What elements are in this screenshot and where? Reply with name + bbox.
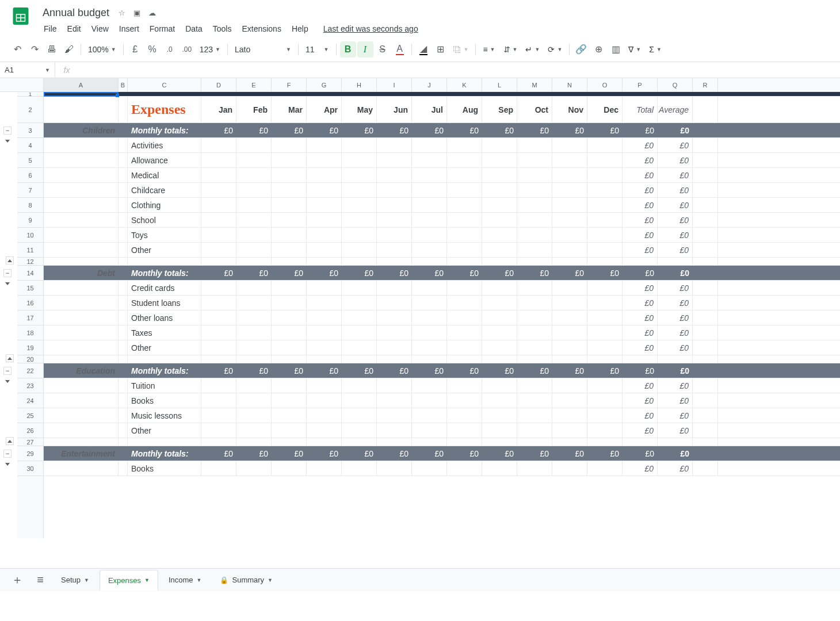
cell[interactable] [447, 378, 482, 393]
group-toggle-icon[interactable]: − [3, 126, 12, 135]
cell[interactable] [201, 183, 236, 197]
cell[interactable] [272, 461, 307, 476]
cell[interactable] [272, 378, 307, 393]
cell[interactable] [693, 183, 718, 197]
cell[interactable] [693, 266, 718, 280]
select-all-corner[interactable] [0, 78, 44, 91]
cell[interactable]: £0 [658, 340, 693, 355]
cell[interactable] [377, 423, 412, 438]
cell[interactable] [587, 92, 623, 96]
cell[interactable]: £0 [412, 446, 447, 461]
cell[interactable] [236, 92, 272, 96]
cell[interactable]: £0 [307, 446, 342, 461]
col-header-B[interactable]: B [119, 78, 128, 91]
inc-decimal-button[interactable]: .00 [179, 41, 195, 57]
cell[interactable]: Nov [552, 97, 587, 122]
cell[interactable]: £0 [623, 423, 658, 438]
cell[interactable] [552, 92, 587, 96]
cell[interactable] [272, 393, 307, 408]
cell[interactable]: £0 [272, 266, 307, 280]
cell[interactable]: £0 [412, 266, 447, 280]
cell[interactable] [272, 153, 307, 167]
cell[interactable] [482, 423, 517, 438]
cell[interactable] [517, 92, 552, 96]
cell[interactable]: School [128, 213, 201, 227]
cell[interactable] [658, 438, 693, 446]
cell[interactable]: £0 [658, 213, 693, 227]
cell[interactable] [377, 183, 412, 197]
cell[interactable] [412, 378, 447, 393]
row-header-23[interactable]: 23 [17, 378, 43, 393]
cell[interactable]: £0 [587, 266, 623, 280]
cell[interactable] [587, 183, 623, 197]
cell[interactable] [552, 138, 587, 152]
cell[interactable] [658, 258, 693, 265]
cell[interactable]: £0 [307, 266, 342, 280]
cell[interactable] [517, 355, 552, 363]
cell[interactable] [447, 243, 482, 257]
cell[interactable] [342, 325, 377, 340]
cell[interactable]: Jul [412, 97, 447, 122]
cell[interactable]: £0 [482, 123, 517, 137]
cell[interactable]: £0 [482, 363, 517, 378]
cell[interactable]: £0 [236, 446, 272, 461]
cell[interactable] [517, 423, 552, 438]
cell[interactable]: £0 [658, 281, 693, 295]
col-header-M[interactable]: M [517, 78, 552, 91]
cell[interactable] [201, 393, 236, 408]
cell[interactable] [377, 168, 412, 182]
cell[interactable]: Sep [482, 97, 517, 122]
row-header-24[interactable]: 24 [17, 393, 43, 408]
cell[interactable] [587, 461, 623, 476]
borders-button[interactable]: ⊞ [433, 41, 449, 57]
cell[interactable]: £0 [587, 363, 623, 378]
last-edit-link[interactable]: Last edit was seconds ago [319, 22, 423, 36]
col-header-O[interactable]: O [587, 78, 623, 91]
cell[interactable] [482, 198, 517, 212]
valign-dropdown[interactable]: ⇵▼ [500, 41, 521, 57]
cell[interactable] [658, 355, 693, 363]
cell[interactable] [119, 183, 128, 197]
cell[interactable] [201, 92, 236, 96]
cell[interactable] [377, 153, 412, 167]
cell[interactable] [201, 310, 236, 325]
cell[interactable] [377, 198, 412, 212]
cell[interactable] [447, 92, 482, 96]
cell[interactable] [587, 281, 623, 295]
cell[interactable] [552, 340, 587, 355]
cell[interactable] [447, 355, 482, 363]
cell[interactable] [447, 213, 482, 227]
group-expand-icon[interactable] [5, 376, 10, 385]
cell[interactable] [412, 243, 447, 257]
filter-dropdown[interactable]: ∇▼ [625, 41, 644, 57]
cell[interactable] [307, 423, 342, 438]
cell[interactable] [236, 183, 272, 197]
cell[interactable]: Feb [236, 97, 272, 122]
halign-dropdown[interactable]: ≡▼ [479, 41, 498, 57]
cell[interactable] [44, 168, 119, 182]
cell[interactable] [377, 325, 412, 340]
text-color-button[interactable]: A [392, 41, 408, 57]
cell[interactable]: £0 [201, 123, 236, 137]
cell[interactable] [482, 408, 517, 423]
cell[interactable] [587, 153, 623, 167]
cell[interactable] [128, 258, 201, 265]
cell[interactable] [377, 138, 412, 152]
cell[interactable]: Education [44, 363, 119, 378]
currency-button[interactable]: £ [127, 41, 143, 57]
cell[interactable]: £0 [623, 123, 658, 137]
row-header-12[interactable]: 12 [17, 258, 43, 266]
cell[interactable]: £0 [447, 363, 482, 378]
cell[interactable] [482, 461, 517, 476]
cell[interactable] [552, 183, 587, 197]
cell[interactable] [272, 438, 307, 446]
cell[interactable]: Other [128, 340, 201, 355]
cell[interactable]: £0 [552, 123, 587, 137]
cell[interactable]: £0 [623, 408, 658, 423]
cell[interactable] [119, 438, 128, 446]
cell[interactable]: Average [658, 97, 693, 122]
row-header-25[interactable]: 25 [17, 408, 43, 423]
cell[interactable]: £0 [623, 461, 658, 476]
cell[interactable] [342, 92, 377, 96]
cell[interactable] [44, 228, 119, 242]
